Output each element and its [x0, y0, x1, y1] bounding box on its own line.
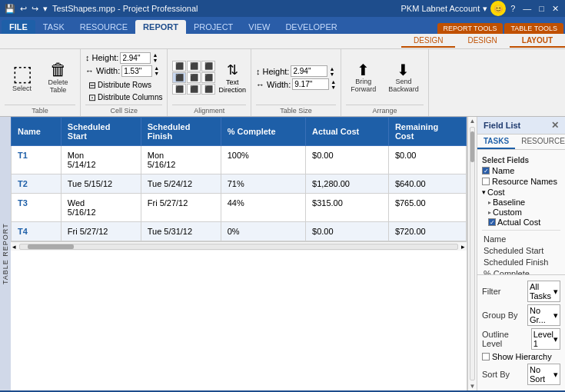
col-finish: ScheduledFinish — [141, 118, 221, 146]
layout-subtab[interactable]: LAYOUT — [510, 35, 565, 48]
distribute-cols-btn[interactable]: ⊡ Distribute Columns — [88, 92, 162, 103]
fl-checkbox-resource-names[interactable] — [482, 178, 490, 185]
sortby-row: Sort By No Sort ▾ — [482, 364, 560, 385]
outline-dropdown[interactable]: Level 1 ▾ — [531, 328, 560, 350]
height-up[interactable]: ▲ — [152, 52, 158, 58]
close-btn[interactable]: ✕ — [549, 4, 562, 14]
table-width-up[interactable]: ▲ — [331, 79, 336, 85]
row-t3-actual: $315.00 — [306, 194, 389, 222]
align-tc[interactable]: ⬛ — [187, 61, 201, 71]
bring-forward-btn[interactable]: ⬆ BringForward — [346, 59, 381, 96]
tablesize-group-label: Table Size — [256, 105, 336, 115]
row-t4-finish: Tue 5/31/12 — [141, 222, 221, 241]
help-btn[interactable]: ? — [507, 4, 518, 13]
align-tl[interactable]: ⬛ — [172, 61, 186, 71]
select-button[interactable]: ⬚ Select — [5, 60, 39, 95]
vertical-scrollbar[interactable]: ▲ ▼ — [467, 117, 477, 390]
fl-custom-item[interactable]: ▸ Custom — [482, 208, 560, 217]
send-backward-btn[interactable]: ⬇ SendBackward — [384, 59, 424, 96]
fl-actual-cost-item[interactable]: ✓ Actual Cost — [482, 218, 560, 227]
fl-item-resource-names[interactable]: Resource Names — [482, 177, 560, 186]
scroll-thumb[interactable] — [470, 131, 474, 162]
design-subtab[interactable]: DESIGN — [401, 35, 455, 48]
text-direction-btn[interactable]: ⇅ TextDirection — [218, 61, 246, 94]
ribbon-group-table: ⬚ Select 🗑 DeleteTable Table — [0, 49, 81, 116]
align-mc[interactable]: ⬛ — [187, 72, 201, 83]
horizontal-scrollbar[interactable]: ◂ ▸ — [11, 241, 467, 251]
fl-item-name[interactable]: ✓ Name — [482, 166, 560, 175]
table-height-input[interactable] — [291, 65, 327, 77]
groupby-value: No Gr... — [530, 306, 553, 324]
row-t4-remaining: $720.00 — [388, 222, 466, 241]
save-btn[interactable]: 💾 — [3, 4, 17, 14]
tab-project[interactable]: PROJECT — [186, 20, 241, 34]
row-t3-name: T3 — [12, 194, 61, 222]
table-height-label: ↕ Height: — [256, 67, 289, 76]
filter-dropdown[interactable]: All Tasks ▾ — [527, 281, 560, 302]
groupby-dropdown[interactable]: No Gr... ▾ — [527, 304, 560, 326]
fl-cost-arrow: ▾ — [482, 188, 486, 196]
fl-label-name: Name — [492, 166, 514, 175]
tab-developer[interactable]: DEVELOPER — [278, 20, 344, 34]
height-down[interactable]: ▼ — [152, 58, 158, 63]
fl-checkbox-name[interactable]: ✓ — [482, 167, 490, 174]
hscroll-thumb[interactable] — [28, 244, 74, 249]
tab-file[interactable]: FILE — [2, 20, 35, 34]
table-row: T1 Mon5/14/12 Mon5/16/12 100% $0.00 $0.0… — [12, 146, 467, 174]
design-subtab2[interactable]: DESIGN — [455, 35, 509, 48]
scroll-up[interactable]: ▲ — [468, 117, 477, 125]
align-ml[interactable]: ⬛ — [172, 72, 186, 83]
table-width-down[interactable]: ▼ — [331, 85, 336, 90]
user-dropdown[interactable]: ▾ — [483, 4, 487, 14]
row-t3-complete: 44% — [221, 194, 305, 222]
align-br[interactable]: ⬛ — [201, 84, 215, 95]
align-tr[interactable]: ⬛ — [201, 61, 215, 71]
select-icon: ⬚ — [12, 63, 32, 85]
qat-dropdown[interactable]: ▾ — [42, 4, 49, 14]
scroll-down[interactable]: ▼ — [468, 382, 477, 390]
table-height-up[interactable]: ▲ — [329, 66, 334, 71]
fl-tab-tasks[interactable]: TASKS — [477, 135, 515, 149]
hscroll-right[interactable]: ▸ — [460, 243, 467, 251]
hscroll-left[interactable]: ◂ — [11, 243, 18, 251]
user-info: PKM Labnet Account ▾ 😊 — [400, 1, 506, 16]
distribute-rows-icon: ⊟ — [88, 80, 96, 91]
report-tools-label: REPORT TOOLS — [437, 23, 504, 34]
tab-view[interactable]: VIEW — [241, 20, 278, 34]
minimize-btn[interactable]: — — [520, 4, 534, 13]
table-width-input[interactable] — [292, 78, 329, 90]
fl-baseline-item[interactable]: ▸ Baseline — [482, 198, 560, 207]
tab-task[interactable]: TASK — [35, 20, 72, 34]
height-input[interactable] — [120, 52, 151, 64]
redo-btn[interactable]: ↪ — [30, 4, 40, 14]
scroll-track — [470, 127, 475, 380]
context-tab-row: DESIGN DESIGN LAYOUT — [0, 34, 565, 49]
sortby-dropdown[interactable]: No Sort ▾ — [527, 364, 560, 385]
main-area: TABLE REPORT Name ScheduledStart Schedul… — [0, 117, 565, 390]
delete-table-button[interactable]: 🗑 DeleteTable — [41, 58, 75, 97]
width-down[interactable]: ▼ — [154, 71, 159, 76]
width-input[interactable] — [121, 65, 152, 77]
col-complete: % Complete — [221, 118, 305, 146]
field-list-close-btn[interactable]: ✕ — [551, 120, 559, 131]
fl-cost-toggle[interactable]: ▾ Cost — [482, 188, 560, 197]
row-t2-finish: Tue 5/24/12 — [141, 174, 221, 194]
fl-tab-resources[interactable]: RESOURCES — [515, 135, 565, 149]
filter-row: Filter All Tasks ▾ — [482, 281, 560, 302]
tab-resource[interactable]: RESOURCE — [72, 20, 135, 34]
table-height-down[interactable]: ▼ — [329, 71, 334, 77]
align-bl[interactable]: ⬛ — [172, 84, 186, 95]
width-up[interactable]: ▲ — [154, 65, 159, 71]
distribute-rows-btn[interactable]: ⊟ Distribute Rows — [88, 80, 162, 91]
title-bar-left: 💾 ↩ ↪ ▾ TestShapes.mpp - Project Profess… — [3, 4, 198, 14]
app-title: TestShapes.mpp - Project Professional — [52, 4, 198, 13]
fl-checkbox-actual-cost[interactable]: ✓ — [488, 218, 496, 226]
show-hierarchy-checkbox[interactable] — [482, 353, 490, 360]
align-mr[interactable]: ⬛ — [201, 72, 215, 83]
align-bc[interactable]: ⬛ — [187, 84, 201, 95]
maximize-btn[interactable]: □ — [536, 4, 547, 13]
tab-report[interactable]: REPORT — [135, 20, 186, 34]
undo-btn[interactable]: ↩ — [18, 4, 28, 14]
fl-cost-label: Cost — [487, 188, 505, 197]
table-area[interactable]: Name ScheduledStart ScheduledFinish % Co… — [11, 117, 467, 390]
